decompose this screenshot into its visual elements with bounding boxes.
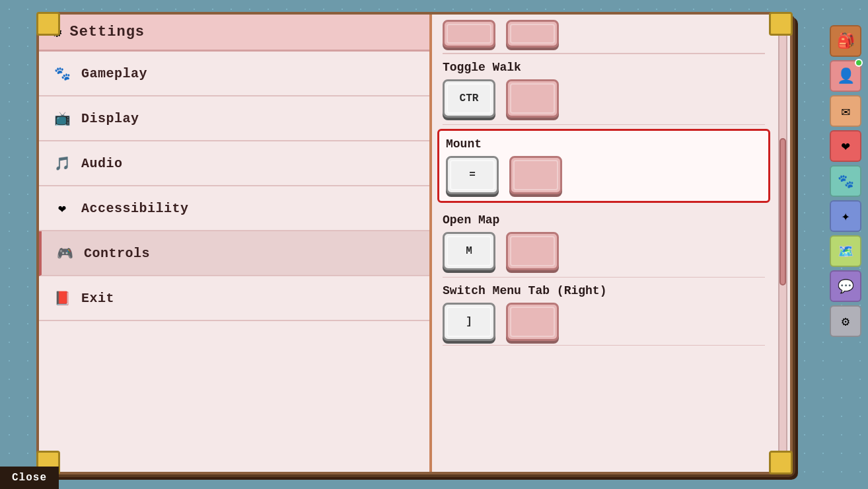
- settings-header: ⚙️ Settings: [39, 15, 429, 52]
- scroll-content: Toggle Walk CTR Mount: [432, 15, 776, 472]
- menu-item-display[interactable]: 📺 Display: [39, 96, 429, 141]
- accessibility-label: Accessibility: [81, 201, 189, 216]
- sidebar-icon-chat[interactable]: 💬: [830, 270, 861, 302]
- audio-label: Audio: [81, 156, 123, 171]
- sidebar-icon-character[interactable]: 👤: [830, 60, 861, 92]
- binding-toggle-walk: Toggle Walk CTR: [443, 54, 765, 125]
- sidebar-icon-heart[interactable]: ❤️: [830, 130, 861, 162]
- left-page: ⚙️ Settings 🐾 Gameplay 📺 Display 🎵 Audio…: [39, 15, 432, 472]
- open-map-key1-label: M: [466, 245, 472, 257]
- toggle-walk-keys: CTR: [443, 79, 765, 118]
- open-map-keys: M: [443, 232, 765, 270]
- controls-icon: 🎮: [55, 243, 75, 263]
- book-container: ⚙️ Settings 🐾 Gameplay 📺 Display 🎵 Audio…: [36, 12, 793, 474]
- scroll-track: [778, 31, 787, 455]
- corner-br: [769, 451, 793, 474]
- exit-icon: 📕: [52, 288, 72, 308]
- switch-menu-tab-key1-label: ]: [466, 316, 472, 328]
- controls-label: Controls: [84, 246, 150, 261]
- mount-label: Mount: [446, 137, 762, 151]
- menu-item-audio[interactable]: 🎵 Audio: [39, 141, 429, 186]
- mount-key1[interactable]: =: [446, 156, 499, 194]
- close-button[interactable]: Close: [0, 467, 59, 489]
- mount-key1-label: =: [469, 169, 476, 181]
- sidebar-icon-map[interactable]: 🗺️: [830, 235, 861, 267]
- top-clipped-row: [443, 20, 765, 54]
- sidebar-icon-backpack[interactable]: 🎒: [830, 25, 861, 57]
- mount-keys: =: [446, 156, 762, 194]
- top-key2-btn[interactable]: [506, 20, 559, 48]
- switch-menu-tab-key2[interactable]: [506, 303, 559, 341]
- menu-item-gameplay[interactable]: 🐾 Gameplay: [39, 52, 429, 96]
- top-clipped-keys: [443, 20, 765, 48]
- display-icon: 📺: [52, 108, 72, 128]
- toggle-walk-key1[interactable]: CTR: [443, 79, 495, 118]
- exit-label: Exit: [81, 291, 114, 306]
- display-label: Display: [81, 111, 139, 126]
- toggle-walk-key2[interactable]: [506, 79, 559, 118]
- sidebar-icon-settings[interactable]: ⚙️: [830, 305, 861, 337]
- menu-item-controls[interactable]: 🎮 Controls: [39, 231, 429, 276]
- switch-menu-tab-keys: ]: [443, 303, 765, 341]
- top-key1-btn[interactable]: [443, 20, 495, 48]
- right-page: Toggle Walk CTR Mount: [432, 15, 790, 472]
- sidebar-icon-compass[interactable]: ✦: [830, 200, 861, 232]
- binding-switch-menu-tab: Switch Menu Tab (Right) ]: [443, 278, 765, 346]
- gameplay-label: Gameplay: [81, 66, 147, 81]
- sidebar-icon-pet[interactable]: 🐾: [830, 165, 861, 197]
- corner-tl: [36, 12, 60, 36]
- scrollbar: ▲ ▼: [776, 15, 790, 472]
- toggle-walk-key1-label: CTR: [460, 93, 479, 104]
- gameplay-icon: 🐾: [52, 63, 72, 83]
- switch-menu-tab-label: Switch Menu Tab (Right): [443, 284, 765, 297]
- open-map-label: Open Map: [443, 213, 765, 227]
- mount-key2[interactable]: [509, 156, 562, 194]
- toggle-walk-label: Toggle Walk: [443, 61, 765, 74]
- corner-tr: [769, 12, 793, 36]
- switch-menu-tab-key1[interactable]: ]: [443, 303, 495, 341]
- scroll-container: Toggle Walk CTR Mount: [432, 15, 790, 472]
- menu-item-accessibility[interactable]: ❤️ Accessibility: [39, 186, 429, 231]
- open-map-key1[interactable]: M: [443, 232, 495, 270]
- open-map-key2[interactable]: [506, 232, 559, 270]
- scroll-thumb[interactable]: [779, 138, 786, 285]
- audio-icon: 🎵: [52, 153, 72, 173]
- badge-dot: [855, 59, 863, 67]
- sidebar-icon-mail[interactable]: ✉️: [830, 95, 861, 127]
- menu-item-exit[interactable]: 📕 Exit: [39, 276, 429, 321]
- right-sidebar: 🎒 👤 ✉️ ❤️ 🐾 ✦ 🗺️ 💬 ⚙️: [826, 20, 865, 489]
- accessibility-icon: ❤️: [52, 198, 72, 218]
- binding-mount: Mount =: [437, 129, 770, 203]
- binding-open-map: Open Map M: [443, 207, 765, 278]
- settings-title: Settings: [69, 24, 145, 40]
